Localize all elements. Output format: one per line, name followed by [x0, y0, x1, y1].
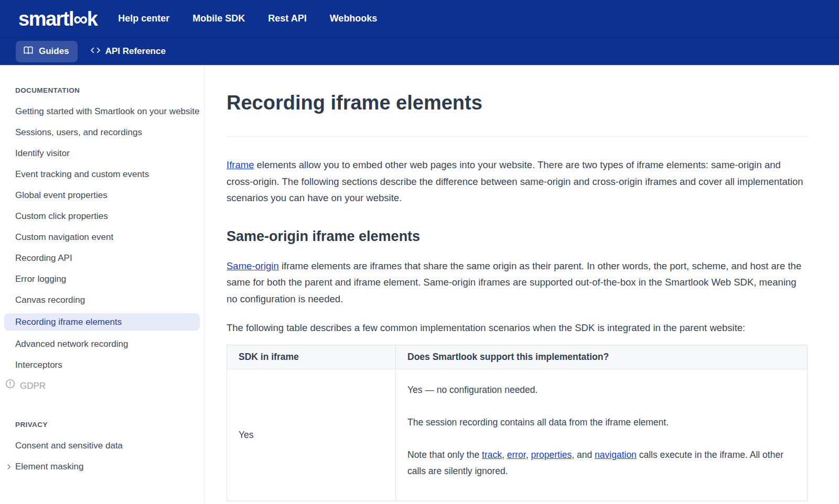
top-header: smartl∞k Help center Mobile SDK Rest API…: [0, 0, 839, 65]
nav-webhooks[interactable]: Webhooks: [330, 13, 378, 24]
privacy-section-header: PRIVACY: [15, 421, 200, 429]
nav-help-center[interactable]: Help center: [118, 13, 169, 24]
table-header-row: SDK in iframe Does Smartlook support thi…: [227, 345, 808, 369]
nav-rest-api[interactable]: Rest API: [268, 13, 306, 24]
secondary-navbar: Guides API Reference: [0, 38, 839, 65]
guides-button[interactable]: Guides: [16, 41, 78, 62]
iframe-link[interactable]: Iframe: [227, 159, 254, 170]
element-masking-label: Element masking: [15, 459, 83, 474]
alert-circle-icon: [5, 378, 15, 393]
support-paragraph-2: The session recording contains all data …: [407, 414, 795, 431]
book-icon: [23, 45, 34, 58]
error-link[interactable]: error: [507, 450, 526, 460]
sidebar-item-event-tracking[interactable]: Event tracking and custom events: [15, 167, 200, 182]
intro-text: elements allow you to embed other web pa…: [227, 159, 803, 203]
documentation-section-header: DOCUMENTATION: [15, 86, 200, 94]
primary-navbar: smartl∞k Help center Mobile SDK Rest API…: [0, 0, 839, 38]
column-header-support: Does Smartlook support this implementati…: [396, 345, 808, 369]
sidebar-item-global-event-properties[interactable]: Global event properties: [15, 188, 200, 203]
page-body: DOCUMENTATION Getting started with Smart…: [0, 65, 839, 503]
api-reference-label: API Reference: [105, 46, 166, 57]
support-paragraph-1: Yes — no configuration needed.: [407, 382, 795, 398]
cell-support-details: Yes — no configuration needed. The sessi…: [396, 369, 808, 501]
page-title: Recording iframe elements: [227, 90, 808, 115]
table-intro-paragraph: The following table describes a few comm…: [227, 320, 808, 336]
same-origin-text: iframe elements are iframes that share t…: [227, 260, 801, 304]
track-link[interactable]: track: [482, 450, 502, 460]
support-paragraph-note: Note that only the track, error, propert…: [407, 447, 795, 479]
properties-link[interactable]: properties: [531, 450, 572, 460]
sidebar-item-gdpr[interactable]: GDPR: [5, 378, 200, 393]
sidebar-item-recording-iframe-elements[interactable]: Recording iframe elements: [4, 313, 200, 331]
guides-label: Guides: [39, 46, 69, 57]
documentation-list: Getting started with Smartlook on your w…: [15, 104, 200, 372]
docs-sidebar: DOCUMENTATION Getting started with Smart…: [0, 65, 205, 503]
sidebar-item-advanced-network-recording[interactable]: Advanced network recording: [15, 336, 200, 352]
same-origin-heading: Same-origin iframe elements: [227, 227, 808, 245]
sidebar-item-recording-api[interactable]: Recording API: [15, 250, 200, 266]
table-row: Yes Yes — no configuration needed. The s…: [227, 369, 808, 501]
intro-paragraph: Iframe elements allow you to embed other…: [227, 157, 808, 206]
sidebar-item-custom-click-properties[interactable]: Custom click properties: [15, 209, 200, 224]
title-divider: [227, 136, 808, 137]
implementation-table: SDK in iframe Does Smartlook support thi…: [227, 345, 808, 501]
column-header-sdk-in-iframe: SDK in iframe: [227, 345, 396, 369]
smartlook-logo[interactable]: smartl∞k: [18, 9, 97, 29]
nav-mobile-sdk[interactable]: Mobile SDK: [192, 13, 245, 24]
note-sep-1: ,: [502, 450, 507, 460]
chevron-right-icon: [5, 463, 13, 470]
sidebar-item-sessions-users-recordings[interactable]: Sessions, users, and recordings: [15, 125, 200, 140]
sidebar-item-custom-navigation-event[interactable]: Custom navigation event: [15, 229, 200, 245]
navigation-link[interactable]: navigation: [595, 450, 637, 460]
primary-nav: Help center Mobile SDK Rest API Webhooks: [118, 13, 377, 24]
sidebar-item-canvas-recording[interactable]: Canvas recording: [15, 292, 200, 308]
note-sep-3: , and: [572, 450, 595, 460]
sidebar-item-getting-started[interactable]: Getting started with Smartlook on your w…: [15, 104, 200, 119]
code-icon: [90, 46, 101, 57]
same-origin-link[interactable]: Same-origin: [227, 260, 279, 271]
note-sep-2: ,: [526, 450, 531, 460]
sidebar-item-consent-sensitive-data[interactable]: Consent and sensitive data: [15, 438, 200, 453]
sidebar-item-element-masking[interactable]: Element masking: [5, 459, 200, 474]
gdpr-label: GDPR: [20, 378, 46, 393]
sidebar-item-interceptors[interactable]: Interceptors: [15, 357, 200, 372]
cell-sdk-in-iframe-yes: Yes: [227, 369, 396, 501]
api-reference-link[interactable]: API Reference: [90, 46, 166, 57]
same-origin-paragraph: Same-origin iframe elements are iframes …: [227, 258, 808, 308]
sidebar-item-identify-visitor[interactable]: Identify visitor: [15, 146, 200, 161]
privacy-list: Consent and sensitive data Element maski…: [15, 438, 200, 474]
sidebar-item-error-logging[interactable]: Error logging: [15, 271, 200, 287]
article-content: Recording iframe elements Iframe element…: [205, 65, 839, 503]
note-text: Note that only the: [407, 450, 482, 460]
